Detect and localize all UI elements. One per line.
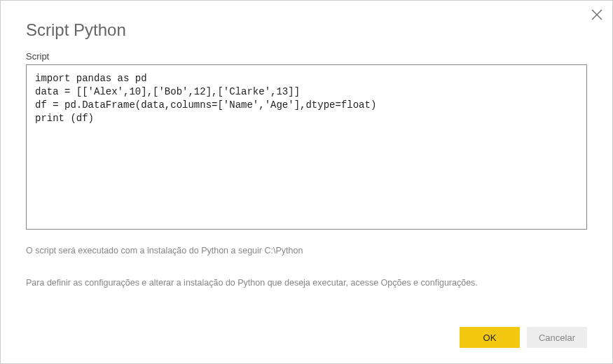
script-input[interactable] [26,64,587,230]
dialog-button-row: OK Cancelar [460,327,587,348]
close-button[interactable] [591,9,602,20]
ok-button[interactable]: OK [460,327,520,348]
script-field-label: Script [1,51,612,64]
dialog-title: Script Python [1,1,612,51]
cancel-button[interactable]: Cancelar [527,327,587,348]
python-path-info: O script será executado com a instalação… [1,241,612,258]
close-icon [591,9,602,20]
python-script-dialog: Script Python Script O script será execu… [0,0,613,364]
python-settings-info: Para definir as configurações e alterar … [1,273,612,290]
